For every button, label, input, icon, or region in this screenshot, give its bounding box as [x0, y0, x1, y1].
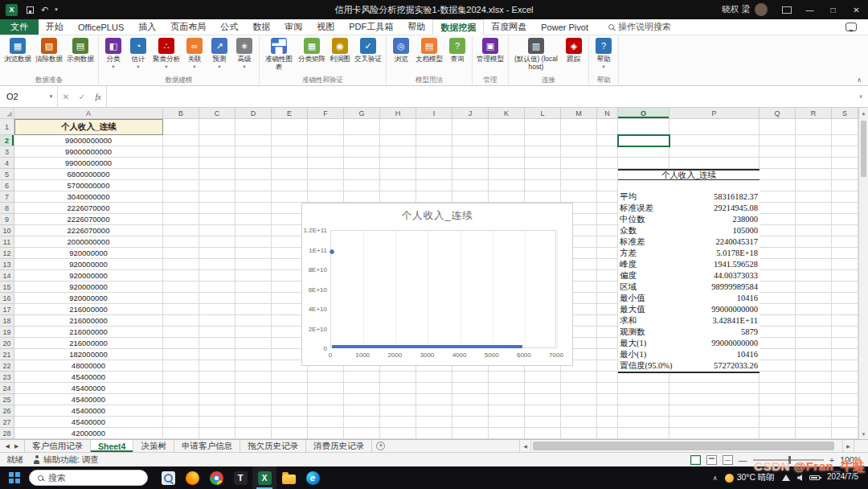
col-header-B[interactable]: B: [163, 108, 199, 119]
cell-D11[interactable]: [235, 236, 272, 248]
cross-validation-button[interactable]: ✓交叉验证: [353, 37, 383, 64]
cell-K26[interactable]: [489, 405, 525, 417]
cell-B18[interactable]: [163, 315, 199, 327]
row-header-6[interactable]: 6: [0, 180, 14, 191]
cell-S12[interactable]: [832, 248, 858, 259]
cell-I23[interactable]: [416, 372, 452, 383]
cell-S8[interactable]: [832, 203, 858, 214]
forecast-button[interactable]: ↗预测▾: [207, 37, 231, 70]
taskbar-search-box[interactable]: 搜索: [29, 470, 148, 486]
cell-N18[interactable]: [597, 315, 618, 327]
cell-S6[interactable]: [832, 180, 858, 191]
cell-R3[interactable]: [796, 146, 832, 158]
col-header-K[interactable]: K: [489, 108, 525, 119]
cell-K25[interactable]: [489, 394, 525, 405]
cell-G3[interactable]: [344, 146, 380, 158]
cell-A28[interactable]: 42000000: [14, 428, 163, 439]
cell-S20[interactable]: [832, 338, 858, 349]
col-header-C[interactable]: C: [199, 108, 235, 119]
cell-J26[interactable]: [452, 405, 489, 417]
cell-A5[interactable]: 6800000000: [14, 169, 163, 180]
cell-P28[interactable]: [669, 428, 760, 439]
cell-C25[interactable]: [199, 394, 235, 405]
cell-E4[interactable]: [272, 158, 308, 169]
browse-data-button[interactable]: ▦浏览数据: [2, 37, 33, 64]
row-header-10[interactable]: 10: [0, 225, 14, 236]
name-box[interactable]: O2: [0, 86, 45, 107]
cell-B3[interactable]: [163, 146, 199, 158]
col-header-M[interactable]: M: [561, 108, 597, 119]
cell-N7[interactable]: [597, 191, 618, 203]
cell-R22[interactable]: [796, 360, 832, 372]
maximize-button[interactable]: □: [821, 0, 845, 19]
enter-icon[interactable]: ✓: [74, 92, 90, 101]
select-all-corner[interactable]: [0, 108, 14, 119]
cell-K2[interactable]: [489, 135, 525, 146]
cell-J28[interactable]: [452, 428, 489, 439]
cell-K4[interactable]: [489, 158, 525, 169]
cell-D13[interactable]: [235, 259, 272, 270]
col-header-J[interactable]: J: [452, 108, 489, 119]
ribbon-tab-7[interactable]: 审阅: [277, 19, 309, 35]
cell-L26[interactable]: [525, 405, 561, 417]
vertical-scrollbar[interactable]: ▲ ▼: [858, 108, 868, 439]
cell-N25[interactable]: [597, 394, 618, 405]
cell-D18[interactable]: [235, 315, 272, 327]
accessibility-status[interactable]: 辅助功能: 调查: [33, 454, 99, 466]
connection-default-button[interactable]: ▥(默认值) (localhost): [511, 37, 561, 72]
ribbon-tab-12[interactable]: 百度网盘: [484, 19, 534, 35]
cell-R1[interactable]: [796, 119, 832, 135]
cell-S5[interactable]: [832, 169, 858, 180]
cell-F2[interactable]: [308, 135, 344, 146]
row-header-22[interactable]: 22: [0, 360, 14, 372]
cell-B11[interactable]: [163, 236, 199, 248]
cell-G24[interactable]: [344, 383, 380, 394]
cell-C27[interactable]: [199, 417, 235, 428]
formula-bar-expand-icon[interactable]: ∨: [854, 86, 868, 107]
cell-N9[interactable]: [597, 214, 618, 225]
cell-R17[interactable]: [796, 304, 832, 315]
cell-A21[interactable]: 182000000: [14, 349, 163, 360]
cell-D12[interactable]: [235, 248, 272, 259]
estimate-button[interactable]: ◔估计▾: [126, 37, 150, 70]
cell-Q19[interactable]: [760, 327, 796, 338]
cell-K5[interactable]: [489, 169, 525, 180]
col-header-Q[interactable]: Q: [760, 108, 796, 119]
row-header-11[interactable]: 11: [0, 236, 14, 248]
ribbon-tab-11[interactable]: 数据挖掘: [432, 19, 484, 35]
cell-S23[interactable]: [832, 372, 858, 383]
cell-D8[interactable]: [235, 203, 272, 214]
cell-E3[interactable]: [272, 146, 308, 158]
cell-D20[interactable]: [235, 338, 272, 349]
cell-R13[interactable]: [796, 259, 832, 270]
cell-Q16[interactable]: [760, 293, 796, 304]
row-header-1[interactable]: 1: [0, 119, 14, 135]
profit-chart-button[interactable]: ◉利润图: [328, 37, 352, 64]
cell-R12[interactable]: [796, 248, 832, 259]
cell-H25[interactable]: [380, 394, 416, 405]
cell-N28[interactable]: [597, 428, 618, 439]
cell-C17[interactable]: [199, 304, 235, 315]
cell-H4[interactable]: [380, 158, 416, 169]
col-header-O[interactable]: O: [618, 108, 669, 119]
cell-M3[interactable]: [561, 146, 597, 158]
ribbon-tab-0[interactable]: 文件: [0, 19, 39, 35]
cell-G2[interactable]: [344, 135, 380, 146]
cell-B1[interactable]: [163, 119, 199, 135]
cell-B25[interactable]: [163, 394, 199, 405]
taskbar-date[interactable]: 2024/7/5: [827, 472, 862, 483]
cell-R27[interactable]: [796, 417, 832, 428]
cell-B21[interactable]: [163, 349, 199, 360]
cell-D25[interactable]: [235, 394, 272, 405]
cell-I6[interactable]: [416, 180, 452, 191]
insert-function-icon[interactable]: fx: [90, 92, 106, 101]
zoom-slider-thumb[interactable]: [788, 456, 791, 464]
cell-I5[interactable]: [416, 169, 452, 180]
cell-C19[interactable]: [199, 327, 235, 338]
cell-B17[interactable]: [163, 304, 199, 315]
cell-F4[interactable]: [308, 158, 344, 169]
page-break-view-icon[interactable]: [723, 455, 733, 465]
cell-H6[interactable]: [380, 180, 416, 191]
formula-input[interactable]: [107, 86, 854, 107]
cell-J2[interactable]: [452, 135, 489, 146]
